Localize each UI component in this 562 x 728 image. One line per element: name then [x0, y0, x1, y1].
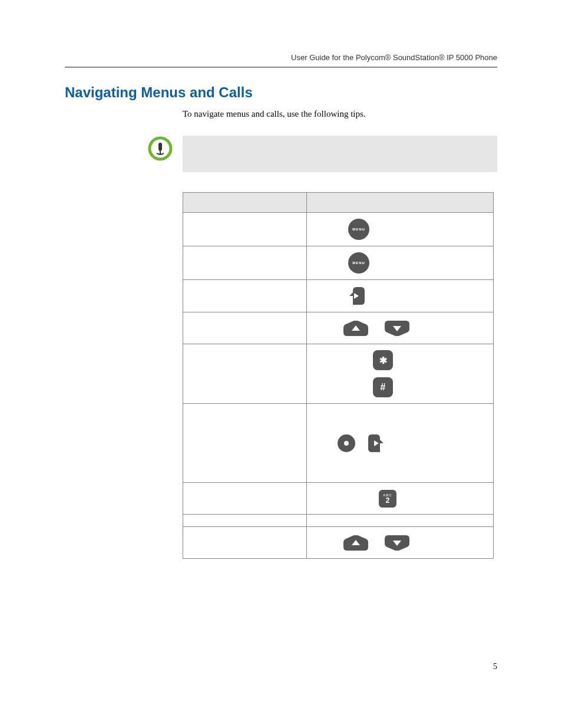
- table-row: [183, 280, 494, 312]
- table-cell-buttons: [307, 515, 494, 527]
- running-header: User Guide for the Polycom® SoundStation…: [65, 53, 497, 67]
- menu-button-icon: MENU: [348, 219, 369, 240]
- navigation-table: MENU MENU: [183, 192, 494, 559]
- table-cell-description: [183, 527, 307, 559]
- table-row: MENU: [183, 246, 494, 280]
- star-key-icon: ✱: [373, 350, 393, 370]
- navigation-table-wrap: MENU MENU: [183, 192, 497, 559]
- table-cell-description: [183, 515, 307, 527]
- arrow-down-icon: [385, 321, 409, 336]
- table-cell-description: [183, 404, 307, 483]
- tip-icon: [147, 136, 173, 162]
- arrow-left-icon: [348, 286, 366, 306]
- table-header-cell: [183, 193, 307, 213]
- dialkey-2-number: 2: [386, 497, 390, 504]
- table-cell-buttons: MENU: [307, 246, 494, 280]
- table-row: [183, 312, 494, 344]
- table-header-row: [183, 193, 494, 213]
- hash-key-icon: #: [373, 377, 393, 397]
- arrow-right-icon: [367, 433, 385, 453]
- table-cell-buttons: MENU: [307, 213, 494, 246]
- table-cell-description: [183, 312, 307, 344]
- header-rule: [65, 67, 497, 68]
- tip-note: [147, 136, 497, 172]
- dialkey-2-icon: ABC 2: [379, 490, 396, 508]
- table-row: MENU: [183, 213, 494, 246]
- table-cell-buttons: [307, 404, 494, 483]
- table-cell-description: [183, 246, 307, 280]
- arrow-down-icon: [385, 535, 409, 551]
- page-number: 5: [493, 662, 497, 671]
- arrow-up-icon: [343, 321, 368, 336]
- table-cell-description: [183, 344, 307, 404]
- table-header-cell: [307, 193, 494, 213]
- table-cell-buttons: ABC 2: [307, 483, 494, 515]
- section-heading: Navigating Menus and Calls: [65, 84, 497, 101]
- table-cell-buttons: [307, 527, 494, 559]
- table-row: ABC 2: [183, 483, 494, 515]
- table-cell-description: [183, 280, 307, 312]
- svg-rect-1: [158, 143, 162, 151]
- table-cell-description: [183, 213, 307, 246]
- menu-button-icon: MENU: [348, 252, 369, 274]
- intro-paragraph: To navigate menus and calls, use the fol…: [183, 109, 497, 119]
- select-button-icon: [338, 434, 355, 452]
- arrow-up-icon: [343, 535, 368, 551]
- table-cell-description: [183, 483, 307, 515]
- table-row: [183, 404, 494, 483]
- table-cell-buttons: ✱ #: [307, 344, 494, 404]
- table-row: ✱ #: [183, 344, 494, 404]
- table-cell-buttons: [307, 312, 494, 344]
- document-page: User Guide for the Polycom® SoundStation…: [0, 0, 562, 728]
- table-row: [183, 527, 494, 559]
- table-cell-buttons: [307, 280, 494, 312]
- tip-note-box: [183, 136, 497, 172]
- table-row: [183, 515, 494, 527]
